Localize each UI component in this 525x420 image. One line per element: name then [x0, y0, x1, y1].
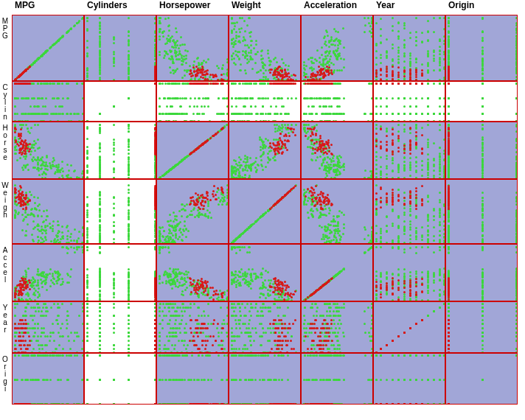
splom-cell-cylinders-vs-year[interactable]: [373, 81, 445, 122]
data-point: [340, 323, 342, 325]
data-point: [170, 379, 172, 381]
data-point: [60, 379, 62, 381]
data-point: [238, 270, 240, 273]
data-point: [292, 323, 294, 325]
splom-cell-year-vs-horsepower[interactable]: [156, 301, 229, 353]
data-point: [55, 171, 57, 173]
data-point: [397, 274, 400, 276]
data-point: [260, 69, 262, 71]
data-point: [209, 83, 212, 85]
splom-cell-cylinders-vs-acceleration[interactable]: [301, 81, 373, 122]
splom-cell-cylinders-vs-cylinders[interactable]: [84, 81, 156, 122]
data-point: [294, 290, 296, 293]
splom-cell-mpg-vs-weight[interactable]: [229, 15, 301, 81]
data-point: [212, 323, 215, 325]
splom-cell-year-vs-year[interactable]: [373, 301, 445, 353]
splom-cell-weight-vs-mpg[interactable]: [12, 179, 84, 244]
splom-cell-year-vs-acceleration[interactable]: [301, 301, 373, 353]
data-point: [448, 32, 450, 34]
splom-cell-origin-vs-acceleration[interactable]: [301, 353, 373, 405]
splom-cell-weight-vs-horsepower[interactable]: [156, 179, 229, 244]
data-point: [251, 268, 254, 270]
splom-cell-acceleration-vs-cylinders[interactable]: [84, 244, 156, 301]
data-point: [253, 47, 255, 49]
data-point: [515, 290, 518, 292]
data-point: [128, 189, 130, 191]
splom-cell-weight-vs-year[interactable]: [373, 179, 445, 244]
splom-cell-weight-vs-cylinders[interactable]: [84, 179, 156, 244]
data-point: [287, 354, 289, 357]
data-point: [287, 298, 289, 301]
data-point: [37, 147, 39, 150]
splom-cell-mpg-vs-acceleration[interactable]: [301, 15, 373, 81]
data-point: [190, 97, 192, 99]
splom-cell-acceleration-vs-year[interactable]: [373, 244, 445, 301]
data-point: [277, 279, 279, 281]
data-point: [375, 172, 378, 175]
data-point: [246, 332, 248, 334]
data-point: [25, 155, 27, 157]
splom-cell-acceleration-vs-weight[interactable]: [229, 244, 301, 301]
splom-cell-horsepower-vs-horsepower[interactable]: [156, 122, 229, 179]
data-point: [254, 327, 257, 329]
splom-cell-cylinders-vs-weight[interactable]: [229, 81, 301, 122]
data-point: [312, 75, 314, 77]
splom-cell-mpg-vs-mpg[interactable]: [12, 15, 84, 81]
data-point: [392, 403, 394, 405]
splom-cell-mpg-vs-cylinders[interactable]: [84, 15, 156, 81]
splom-cell-horsepower-vs-year[interactable]: [373, 122, 445, 179]
data-point: [380, 201, 382, 203]
data-point: [375, 50, 378, 52]
data-point: [274, 319, 277, 321]
data-point: [403, 248, 406, 251]
splom-cell-origin-vs-horsepower[interactable]: [156, 353, 229, 405]
splom-cell-mpg-vs-year[interactable]: [373, 15, 445, 81]
data-point: [46, 49, 49, 52]
data-point: [193, 287, 195, 289]
splom-cell-origin-vs-origin[interactable]: [445, 353, 518, 405]
data-point: [260, 149, 262, 151]
splom-cell-cylinders-vs-horsepower[interactable]: [156, 81, 229, 122]
data-point: [196, 105, 198, 108]
data-point: [386, 158, 388, 160]
splom-cell-horsepower-vs-weight[interactable]: [229, 122, 301, 179]
splom-cell-mpg-vs-origin[interactable]: [445, 15, 518, 81]
data-point: [31, 234, 33, 236]
splom-cell-horsepower-vs-cylinders[interactable]: [84, 122, 156, 179]
splom-cell-weight-vs-weight[interactable]: [229, 179, 301, 244]
data-point: [367, 307, 369, 309]
data-point: [248, 60, 250, 63]
splom-cell-origin-vs-weight[interactable]: [229, 353, 301, 405]
data-point: [181, 215, 183, 217]
data-point: [415, 171, 417, 173]
splom-cell-origin-vs-cylinders[interactable]: [84, 353, 156, 405]
splom-cell-acceleration-vs-horsepower[interactable]: [156, 244, 229, 301]
splom-cell-cylinders-vs-origin[interactable]: [445, 81, 518, 122]
data-point: [338, 161, 341, 164]
splom-cell-year-vs-origin[interactable]: [445, 301, 518, 353]
splom-cell-horsepower-vs-mpg[interactable]: [12, 122, 84, 179]
splom-cell-acceleration-vs-mpg[interactable]: [12, 244, 84, 301]
splom-cell-year-vs-mpg[interactable]: [12, 301, 84, 353]
data-point: [20, 323, 22, 325]
splom-cell-horsepower-vs-origin[interactable]: [445, 122, 518, 179]
data-point: [86, 29, 88, 32]
data-point: [181, 63, 183, 66]
data-point: [326, 379, 328, 381]
splom-cell-horsepower-vs-acceleration[interactable]: [301, 122, 373, 179]
splom-cell-cylinders-vs-mpg[interactable]: [12, 81, 84, 122]
splom-cell-acceleration-vs-origin[interactable]: [445, 244, 518, 301]
splom-cell-acceleration-vs-acceleration[interactable]: [301, 244, 373, 301]
data-point: [248, 310, 251, 312]
data-point: [386, 288, 388, 290]
splom-cell-year-vs-weight[interactable]: [229, 301, 301, 353]
splom-cell-origin-vs-year[interactable]: [373, 353, 445, 405]
splom-cell-year-vs-cylinders[interactable]: [84, 301, 156, 353]
data-point: [178, 271, 181, 273]
splom-cell-origin-vs-mpg[interactable]: [12, 353, 84, 405]
data-point: [113, 105, 115, 108]
splom-cell-mpg-vs-horsepower[interactable]: [156, 15, 229, 81]
splom-cell-weight-vs-origin[interactable]: [445, 179, 518, 244]
splom-cell-weight-vs-acceleration[interactable]: [301, 179, 373, 244]
data-point: [201, 144, 204, 146]
